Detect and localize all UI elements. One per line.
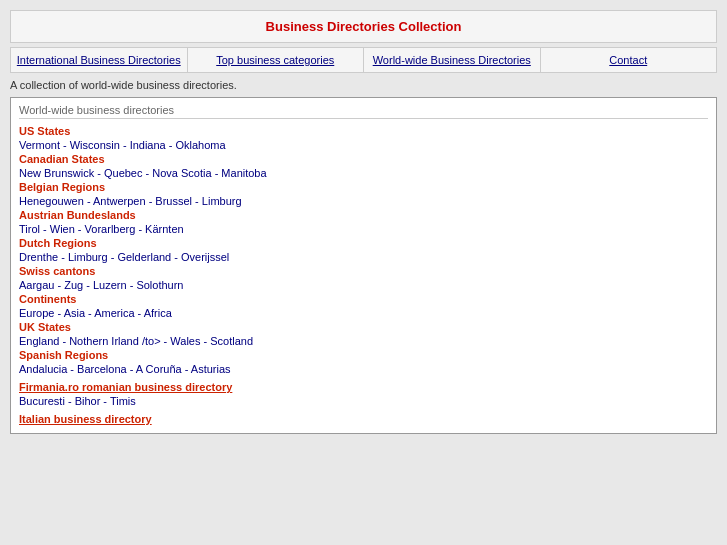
nav-item-international[interactable]: International Business Directories (11, 48, 188, 72)
heading-continents: Continents (19, 293, 708, 305)
section-us-states: US States Vermont - Wisconsin - Indiana … (19, 125, 708, 151)
items-belgian-regions[interactable]: Henegouwen - Antwerpen - Brussel - Limbu… (19, 195, 708, 207)
app-wrapper: Business Directories Collection Internat… (0, 0, 727, 545)
heading-swiss-cantons: Swiss cantons (19, 265, 708, 277)
section-belgian-regions: Belgian Regions Henegouwen - Antwerpen -… (19, 181, 708, 207)
section-firmania: Firmania.ro romanian business directory … (19, 381, 708, 407)
section-continents: Continents Europe - Asia - America - Afr… (19, 293, 708, 319)
items-swiss-cantons[interactable]: Aargau - Zug - Luzern - Solothurn (19, 279, 708, 291)
items-uk-states[interactable]: England - Nothern Irland /to> - Wales - … (19, 335, 708, 347)
items-canadian-states[interactable]: New Brunswick - Quebec - Nova Scotia - M… (19, 167, 708, 179)
heading-canadian-states: Canadian States (19, 153, 708, 165)
items-continents[interactable]: Europe - Asia - America - Africa (19, 307, 708, 319)
section-italian: Italian business directory (19, 413, 708, 425)
nav-item-contact[interactable]: Contact (541, 48, 717, 72)
items-austrian-bundeslands[interactable]: Tirol - Wien - Vorarlberg - Kärnten (19, 223, 708, 235)
items-us-states[interactable]: Vermont - Wisconsin - Indiana - Oklahoma (19, 139, 708, 151)
content-box-title: World-wide business directories (19, 104, 708, 119)
header-title: Business Directories Collection (266, 19, 462, 34)
nav-item-worldwide[interactable]: World-wide Business Directories (364, 48, 541, 72)
heading-dutch-regions: Dutch Regions (19, 237, 708, 249)
header: Business Directories Collection (10, 10, 717, 43)
section-spanish-regions: Spanish Regions Andalucia - Barcelona - … (19, 349, 708, 375)
section-swiss-cantons: Swiss cantons Aargau - Zug - Luzern - So… (19, 265, 708, 291)
nav-bar: International Business Directories Top b… (10, 47, 717, 73)
heading-uk-states: UK States (19, 321, 708, 333)
section-canadian-states: Canadian States New Brunswick - Quebec -… (19, 153, 708, 179)
tagline: A collection of world-wide business dire… (10, 77, 717, 93)
items-dutch-regions[interactable]: Drenthe - Limburg - Gelderland - Overijs… (19, 251, 708, 263)
heading-us-states: US States (19, 125, 708, 137)
heading-belgian-regions: Belgian Regions (19, 181, 708, 193)
items-spanish-regions[interactable]: Andalucia - Barcelona - A Coruña - Astur… (19, 363, 708, 375)
items-firmania[interactable]: Bucuresti - Bihor - Timis (19, 395, 708, 407)
section-uk-states: UK States England - Nothern Irland /to> … (19, 321, 708, 347)
heading-austrian-bundeslands: Austrian Bundeslands (19, 209, 708, 221)
section-austrian-bundeslands: Austrian Bundeslands Tirol - Wien - Vora… (19, 209, 708, 235)
section-dutch-regions: Dutch Regions Drenthe - Limburg - Gelder… (19, 237, 708, 263)
heading-italian[interactable]: Italian business directory (19, 413, 708, 425)
heading-spanish-regions: Spanish Regions (19, 349, 708, 361)
heading-firmania[interactable]: Firmania.ro romanian business directory (19, 381, 708, 393)
nav-item-top-categories[interactable]: Top business categories (188, 48, 365, 72)
content-box: World-wide business directories US State… (10, 97, 717, 434)
